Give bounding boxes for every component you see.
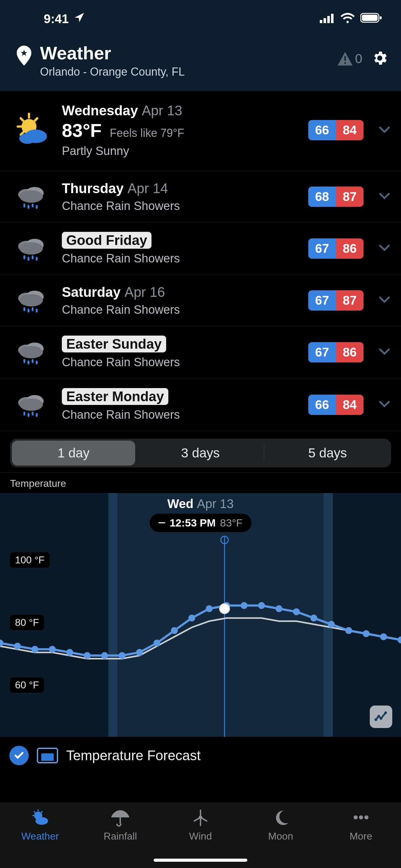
day-title: Good Friday [62, 232, 300, 249]
svg-point-67 [206, 605, 213, 612]
chevron-down-icon[interactable] [379, 296, 390, 304]
svg-point-20 [20, 191, 43, 203]
weather-icon [29, 807, 51, 827]
svg-point-37 [32, 307, 34, 311]
svg-point-56 [14, 643, 21, 650]
svg-rect-5 [362, 15, 377, 21]
segment-3days[interactable]: 3 days [137, 439, 264, 467]
current-temp: 83°F [62, 120, 101, 141]
chevron-down-icon[interactable] [379, 244, 390, 252]
svg-point-58 [49, 646, 56, 653]
tab-weather[interactable]: Weather [0, 807, 80, 868]
svg-point-27 [20, 243, 43, 255]
alerts-button[interactable]: 0 [337, 51, 362, 66]
settings-button[interactable] [371, 50, 389, 68]
svg-point-66 [188, 615, 195, 621]
legend-check-icon[interactable] [9, 746, 29, 765]
day-title: Saturday Apr 16 [62, 284, 300, 300]
svg-point-64 [153, 640, 160, 647]
partly-sunny-icon [9, 112, 53, 149]
svg-point-69 [241, 602, 248, 609]
svg-point-77 [380, 633, 387, 640]
holiday-badge: Good Friday [62, 232, 152, 249]
chart-legend: Temperature Forecast [0, 737, 401, 767]
temperature-chart-section: Temperature Wed Apr 13 12:53 PM 83°F 100… [0, 472, 401, 767]
svg-rect-9 [344, 62, 345, 64]
svg-point-41 [20, 346, 43, 359]
svg-point-35 [24, 307, 26, 311]
page-title: Weather [40, 44, 185, 63]
wind-turbine-icon [189, 807, 212, 827]
svg-point-44 [32, 359, 34, 363]
svg-line-87 [34, 811, 35, 813]
forecast-row[interactable]: Easter SundayChance Rain Showers6786 [0, 326, 401, 379]
hi-lo-badge: 6887 [308, 187, 364, 207]
forecast-row[interactable]: Thursday Apr 14Chance Rain Showers6887 [0, 171, 401, 222]
svg-point-49 [24, 411, 26, 415]
day-title: Easter Sunday [62, 336, 300, 352]
rain-icon [9, 338, 53, 366]
svg-point-48 [20, 399, 43, 411]
svg-point-55 [0, 640, 3, 647]
svg-line-13 [21, 118, 23, 121]
high-temp: 86 [336, 342, 364, 363]
hi-lo-badge: 6787 [308, 290, 364, 311]
chevron-down-icon[interactable] [379, 401, 390, 409]
low-temp: 66 [308, 395, 336, 415]
rain-icon [9, 286, 53, 314]
svg-point-43 [28, 361, 30, 365]
legend-swatch-icon[interactable] [37, 748, 58, 763]
svg-point-83 [384, 711, 387, 714]
holiday-badge: Easter Monday [62, 388, 168, 405]
tab-more[interactable]: More [321, 807, 401, 868]
chevron-down-icon[interactable] [379, 348, 390, 356]
chart-style-button[interactable] [370, 706, 392, 728]
forecast-row[interactable]: Good FridayChance Rain Showers6786 [0, 222, 401, 275]
alert-count: 0 [355, 51, 362, 66]
tab-moon[interactable]: Moon [240, 807, 321, 868]
svg-point-73 [310, 615, 317, 621]
tab-rainfall[interactable]: Rainfall [80, 807, 161, 868]
svg-point-78 [398, 637, 401, 643]
svg-point-24 [36, 205, 38, 209]
svg-point-30 [32, 255, 34, 259]
svg-point-34 [20, 294, 43, 307]
conditions: Chance Rain Showers [62, 303, 300, 316]
segment-1day[interactable]: 1 day [12, 440, 135, 466]
forecast-row[interactable]: Easter MondayChance Rain Showers6684 [0, 379, 401, 431]
svg-point-89 [36, 817, 48, 825]
day-title: Wednesday Apr 13 [62, 103, 300, 118]
forecast-row[interactable]: Wednesday Apr 13 83°F Feels like 79°F Pa… [0, 91, 401, 171]
more-icon [350, 807, 372, 827]
hi-lo-badge: 6786 [308, 342, 364, 363]
forecast-row[interactable]: Saturday Apr 16Chance Rain Showers6787 [0, 275, 401, 326]
svg-rect-90 [120, 817, 121, 824]
svg-point-95 [199, 816, 201, 818]
svg-rect-1 [324, 18, 326, 23]
app-header: Weather Orlando - Orange County, FL 0 [0, 37, 401, 91]
svg-point-79 [220, 604, 230, 614]
hi-lo-badge: 66 84 [308, 120, 364, 140]
location-pin-icon[interactable] [15, 45, 32, 67]
svg-point-70 [258, 602, 265, 609]
svg-point-80 [374, 718, 377, 721]
chevron-down-icon[interactable] [379, 192, 390, 200]
svg-point-81 [377, 715, 380, 718]
svg-line-14 [35, 118, 37, 121]
chevron-down-icon[interactable] [379, 126, 390, 134]
gear-icon [371, 50, 389, 67]
location-subtitle[interactable]: Orlando - Orange County, FL [40, 65, 185, 79]
home-indicator[interactable] [154, 859, 247, 862]
svg-point-45 [36, 361, 38, 365]
wifi-icon [340, 12, 355, 26]
svg-rect-6 [380, 16, 381, 19]
hi-lo-badge: 6684 [308, 395, 364, 415]
svg-point-65 [171, 627, 178, 634]
svg-point-52 [36, 413, 38, 417]
low-temp: 66 [308, 120, 336, 140]
temperature-chart[interactable]: Wed Apr 13 12:53 PM 83°F 100 °F 80 °F 60… [0, 493, 401, 737]
high-temp: 86 [336, 239, 364, 259]
segment-5days[interactable]: 5 days [264, 439, 391, 467]
status-bar: 9:41 [0, 0, 401, 37]
line-chart-icon [374, 710, 388, 724]
